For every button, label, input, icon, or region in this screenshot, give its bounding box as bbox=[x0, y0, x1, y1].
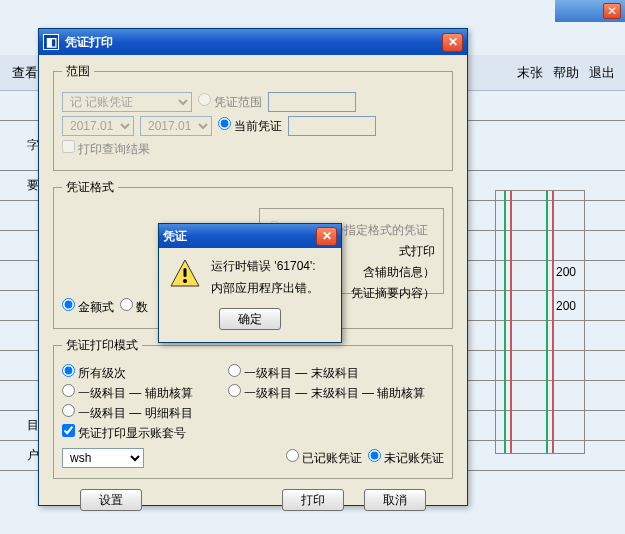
radio-posted[interactable]: 已记账凭证 bbox=[286, 449, 362, 467]
alert-titlebar[interactable]: 凭证 ✕ bbox=[159, 224, 341, 248]
svg-rect-1 bbox=[184, 268, 187, 277]
svg-point-2 bbox=[183, 279, 187, 283]
cancel-button[interactable]: 取消 bbox=[364, 489, 426, 511]
cb-show-account-no[interactable]: 凭证打印显示账套号 bbox=[62, 424, 186, 442]
bg-exit-button[interactable]: 退出 bbox=[585, 62, 619, 84]
radio-all-levels[interactable]: 所有级次 bbox=[62, 364, 222, 382]
alert-message: 运行时错误 '61704': 内部应用程序出错。 bbox=[211, 258, 319, 296]
radio-unposted[interactable]: 未记账凭证 bbox=[368, 449, 444, 467]
voucher-range-input bbox=[268, 92, 356, 112]
cb-print-query-result: 打印查询结果 bbox=[62, 140, 150, 158]
close-icon[interactable]: ✕ bbox=[316, 227, 337, 246]
ok-button[interactable]: 确定 bbox=[219, 308, 281, 330]
radio-count-style[interactable]: 数 bbox=[120, 298, 148, 316]
close-icon[interactable]: ✕ bbox=[442, 33, 463, 52]
date-from-select: 2017.01 bbox=[62, 116, 134, 136]
print-mode-group: 凭证打印模式 所有级次 一级科目 — 末级科目 一级科目 — 辅助核算 一级科目… bbox=[53, 337, 453, 479]
bg-last-button[interactable]: 末张 bbox=[513, 62, 547, 84]
dialog-title: 凭证打印 bbox=[65, 34, 442, 51]
bg-amount-column: 200 200 bbox=[495, 190, 585, 454]
error-alert-dialog: 凭证 ✕ 运行时错误 '61704': 内部应用程序出错。 确定 bbox=[158, 223, 342, 343]
radio-lv1-detail[interactable]: 一级科目 — 明细科目 bbox=[62, 404, 193, 422]
radio-lv1-last-assist[interactable]: 一级科目 — 末级科目 — 辅助核算 bbox=[228, 384, 425, 402]
outer-titlebar: ✕ bbox=[555, 0, 625, 22]
settings-button[interactable]: 设置 bbox=[80, 489, 142, 511]
radio-amount-style[interactable]: 金额式 bbox=[62, 298, 114, 316]
mode-legend: 凭证打印模式 bbox=[62, 337, 142, 354]
label-summary-content: 凭证摘要内容） bbox=[351, 285, 435, 302]
date-to-select: 2017.01 bbox=[140, 116, 212, 136]
current-voucher-input bbox=[288, 116, 376, 136]
radio-current-voucher[interactable]: 当前凭证 bbox=[218, 117, 282, 135]
radio-style-print[interactable]: 式打印 bbox=[399, 243, 435, 260]
alert-line2: 内部应用程序出错。 bbox=[211, 280, 319, 296]
bg-amount-a: 200 bbox=[556, 265, 576, 279]
radio-voucher-range: 凭证范围 bbox=[198, 93, 262, 111]
format-legend: 凭证格式 bbox=[62, 179, 118, 196]
bg-help-button[interactable]: 帮助 bbox=[549, 62, 583, 84]
scope-group: 范围 记 记账凭证 凭证范围 2017.01 2017.01 当前凭证 bbox=[53, 63, 453, 171]
dialog-titlebar[interactable]: ◧ 凭证打印 ✕ bbox=[39, 29, 467, 55]
bg-amount-b: 200 bbox=[556, 299, 576, 313]
alert-title: 凭证 bbox=[163, 228, 316, 245]
alert-line1: 运行时错误 '61704': bbox=[211, 258, 319, 274]
app-icon: ◧ bbox=[43, 34, 59, 50]
voucher-type-select: 记 记账凭证 bbox=[62, 92, 192, 112]
label-assist-info: 含辅助信息） bbox=[363, 264, 435, 281]
scope-legend: 范围 bbox=[62, 63, 94, 80]
radio-lv1-assist[interactable]: 一级科目 — 辅助核算 bbox=[62, 384, 222, 402]
close-icon[interactable]: ✕ bbox=[603, 3, 621, 19]
user-select[interactable]: wsh bbox=[62, 448, 144, 468]
radio-lv1-last[interactable]: 一级科目 — 末级科目 bbox=[228, 364, 359, 382]
warning-icon bbox=[169, 258, 201, 290]
print-button[interactable]: 打印 bbox=[282, 489, 344, 511]
